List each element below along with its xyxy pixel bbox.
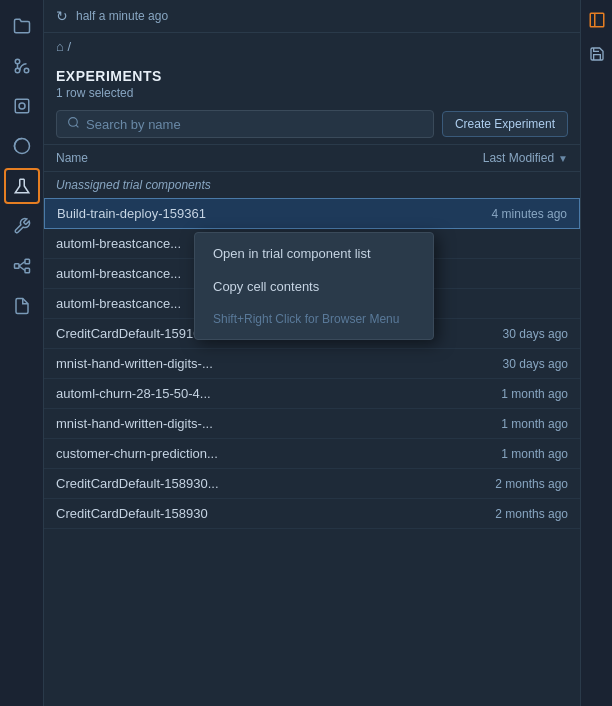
sidebar-icon-wrench[interactable] <box>4 208 40 244</box>
sidebar-icon-network[interactable] <box>4 248 40 284</box>
sidebar-icon-flask[interactable] <box>4 168 40 204</box>
sidebar-icon-file[interactable] <box>4 288 40 324</box>
row-time-10: 2 months ago <box>495 507 568 521</box>
svg-point-1 <box>15 59 20 64</box>
context-menu-item-open[interactable]: Open in trial component list <box>195 237 433 270</box>
svg-line-10 <box>19 262 25 267</box>
sort-arrow-icon: ▼ <box>558 153 568 164</box>
row-time-4: 30 days ago <box>503 327 568 341</box>
row-time-7: 1 month ago <box>501 417 568 431</box>
sidebar <box>0 0 44 706</box>
svg-line-13 <box>76 125 78 127</box>
row-name-5: mnist-hand-written-digits-... <box>56 356 503 371</box>
table-row[interactable]: mnist-hand-written-digits-...30 days ago <box>44 349 580 379</box>
context-menu-item-shift-click: Shift+Right Click for Browser Menu <box>195 303 433 335</box>
table-row[interactable]: mnist-hand-written-digits-...1 month ago <box>44 409 580 439</box>
table-row[interactable]: customer-churn-prediction...1 month ago <box>44 439 580 469</box>
row-time-9: 2 months ago <box>495 477 568 491</box>
table-row[interactable]: Build-train-deploy-1593614 minutes ago <box>44 198 580 229</box>
row-time-8: 1 month ago <box>501 447 568 461</box>
svg-point-12 <box>69 118 78 127</box>
breadcrumb: ⌂ / <box>44 33 580 60</box>
row-name-6: automl-churn-28-15-50-4... <box>56 386 501 401</box>
experiments-header: EXPERIMENTS 1 row selected <box>44 60 580 104</box>
sidebar-icon-git[interactable] <box>4 48 40 84</box>
svg-point-5 <box>19 103 25 109</box>
home-icon[interactable]: ⌂ <box>56 39 64 54</box>
row-name-8: customer-churn-prediction... <box>56 446 501 461</box>
svg-rect-7 <box>14 264 19 269</box>
panel-tab-icon[interactable] <box>585 8 609 32</box>
context-menu: Open in trial component list Copy cell c… <box>194 232 434 340</box>
row-time-6: 1 month ago <box>501 387 568 401</box>
sidebar-icon-docker[interactable] <box>4 88 40 124</box>
col-name-header: Name <box>56 151 483 165</box>
search-icon <box>67 116 80 132</box>
panel-save-icon[interactable] <box>585 42 609 66</box>
row-name-9: CreditCardDefault-158930... <box>56 476 495 491</box>
row-time-5: 30 days ago <box>503 357 568 371</box>
create-experiment-button[interactable]: Create Experiment <box>442 111 568 137</box>
svg-line-11 <box>19 266 25 271</box>
svg-rect-14 <box>590 13 604 27</box>
main-panel: ↻ half a minute ago ⌂ / EXPERIMENTS 1 ro… <box>44 0 580 706</box>
context-menu-item-copy[interactable]: Copy cell contents <box>195 270 433 303</box>
row-selected-count: 1 row selected <box>56 86 568 100</box>
svg-rect-9 <box>25 268 30 273</box>
section-label-unassigned: Unassigned trial components <box>44 172 580 198</box>
row-name-10: CreditCardDefault-158930 <box>56 506 495 521</box>
topbar: ↻ half a minute ago <box>44 0 580 33</box>
experiments-title: EXPERIMENTS <box>56 68 568 84</box>
search-box[interactable]: Search by name <box>56 110 434 138</box>
breadcrumb-separator: / <box>67 39 71 54</box>
table-row[interactable]: automl-churn-28-15-50-4...1 month ago <box>44 379 580 409</box>
svg-rect-4 <box>15 99 29 113</box>
last-refresh-time: half a minute ago <box>76 9 168 23</box>
row-name-0: Build-train-deploy-159361 <box>57 206 492 221</box>
row-time-0: 4 minutes ago <box>492 207 567 221</box>
search-row: Search by name Create Experiment <box>44 104 580 144</box>
table-header: Name Last Modified ▼ <box>44 144 580 172</box>
svg-rect-8 <box>25 259 30 264</box>
right-panel <box>580 0 612 706</box>
row-name-7: mnist-hand-written-digits-... <box>56 416 501 431</box>
table-row[interactable]: CreditCardDefault-1589302 months ago <box>44 499 580 529</box>
sidebar-icon-palette[interactable] <box>4 128 40 164</box>
search-placeholder-text: Search by name <box>86 117 181 132</box>
table-body: Unassigned trial components Build-train-… <box>44 172 580 706</box>
svg-point-0 <box>24 68 29 73</box>
refresh-icon[interactable]: ↻ <box>56 8 68 24</box>
col-modified-header: Last Modified ▼ <box>483 151 568 165</box>
sidebar-icon-folder[interactable] <box>4 8 40 44</box>
table-row[interactable]: CreditCardDefault-158930...2 months ago <box>44 469 580 499</box>
